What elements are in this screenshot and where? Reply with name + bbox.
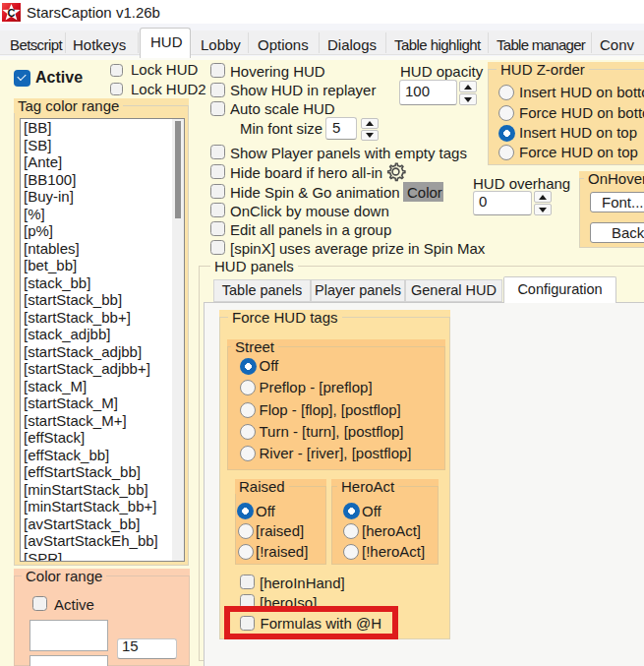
svg-text:C: C: [8, 7, 16, 19]
